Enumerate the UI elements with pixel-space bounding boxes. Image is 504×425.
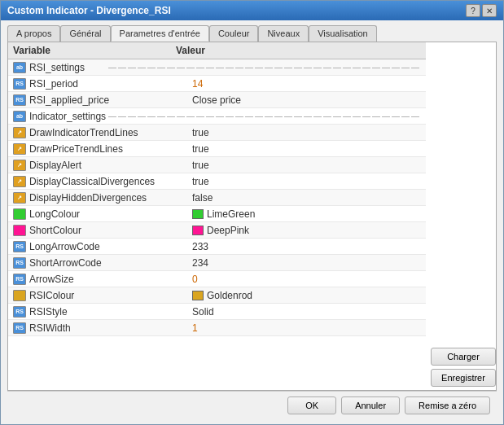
color-icon (13, 208, 26, 220)
tab-params[interactable]: Parametres d'entrée (111, 25, 209, 42)
color-icon (13, 225, 26, 236)
row-value: true (192, 143, 421, 155)
row-name: RSI_period (29, 78, 192, 90)
table-row: RS RSI_applied_price Close price (8, 92, 426, 108)
header-valeur: Valeur (176, 45, 421, 56)
row-name: ArrowSize (29, 274, 192, 285)
tab-content-params: Variable Valeur ab RSI_settings ――――――――… (7, 42, 497, 391)
row-value: 233 (192, 241, 421, 252)
row-value: LimeGreen (192, 208, 421, 220)
row-name: RSIStyle (29, 306, 192, 318)
rs-icon: RS (13, 241, 26, 252)
ab-icon: ab (13, 111, 26, 122)
help-button[interactable]: ? (466, 4, 480, 17)
table-row: ↗ DrawPriceTrendLines true (8, 141, 426, 157)
row-value: true (192, 176, 421, 187)
row-value: ―――――――――――――――――――――――――――――――― (108, 63, 421, 72)
table-row: ab RSI_settings ――――――――――――――――――――――――… (8, 59, 426, 76)
row-name: DisplayClassicalDivergences (29, 176, 192, 187)
table-header: Variable Valeur (8, 42, 426, 59)
table-row: RS ShortArrowCode 234 (8, 255, 426, 271)
row-name: DrawIndicatorTrendLines (29, 127, 192, 138)
rs-icon: RS (13, 274, 26, 285)
tab-couleur[interactable]: Couleur (209, 25, 259, 42)
table-row: ↗ DisplayClassicalDivergences true (8, 173, 426, 190)
color-icon (13, 290, 26, 301)
rs-icon: RS (13, 257, 26, 269)
color-swatch (192, 209, 204, 219)
row-name: RSI_applied_price (29, 94, 192, 106)
trend-icon: ↗ (13, 176, 26, 187)
charger-button[interactable]: Charger (431, 348, 496, 366)
row-value: Goldenrod (192, 290, 421, 301)
window-title: Custom Indicator - Divergence_RSI (7, 5, 171, 16)
row-value: Solid (192, 306, 421, 318)
trend-icon: ↗ (13, 192, 26, 204)
row-value: true (192, 127, 421, 138)
table-row: ↗ DisplayHiddenDivergences false (8, 190, 426, 206)
content-area: A propos Général Parametres d'entrée Cou… (1, 20, 503, 424)
ab-icon: ab (13, 62, 26, 73)
row-value: DeepPink (192, 225, 421, 236)
annuler-button[interactable]: Annuler (341, 397, 400, 414)
row-value: Close price (192, 94, 421, 106)
remise-button[interactable]: Remise a zéro (405, 397, 490, 414)
table-row: ↗ DisplayAlert true (8, 157, 426, 173)
row-name: ShortColour (29, 225, 192, 236)
close-button[interactable]: ✕ (482, 4, 497, 17)
row-name: LongColour (29, 208, 192, 220)
row-name: DisplayHiddenDivergences (29, 192, 192, 204)
rs-icon: RS (13, 306, 26, 318)
table-row: RS RSIWidth 1 (8, 320, 426, 336)
row-value: false (192, 192, 421, 204)
row-name: DrawPriceTrendLines (29, 143, 192, 155)
table-row: RSIColour Goldenrod (8, 287, 426, 304)
main-window: Custom Indicator - Divergence_RSI ? ✕ A … (0, 0, 504, 425)
trend-icon: ↗ (13, 160, 26, 171)
tab-visualisation[interactable]: Visualisation (309, 25, 377, 42)
row-name: DisplayAlert (29, 160, 192, 171)
row-value: 14 (192, 78, 421, 90)
title-bar: Custom Indicator - Divergence_RSI ? ✕ (1, 1, 503, 20)
tab-bar: A propos Général Parametres d'entrée Cou… (7, 25, 497, 42)
row-name: RSI_settings (29, 62, 108, 73)
tab-niveaux[interactable]: Niveaux (258, 25, 309, 42)
row-value: ―――――――――――――――――――――――――――――――― (108, 112, 421, 120)
tab-general[interactable]: Général (60, 25, 110, 42)
trend-icon: ↗ (13, 143, 26, 155)
row-value: 1 (192, 322, 421, 334)
table-row: RS ArrowSize 0 (8, 271, 426, 287)
table-row: RS RSIStyle Solid (8, 304, 426, 320)
row-name: RSIColour (29, 290, 192, 301)
table-row: LongColour LimeGreen (8, 206, 426, 222)
row-name: ShortArrowCode (29, 257, 192, 269)
rs-icon: RS (13, 78, 26, 90)
bottom-bar: OK Annuler Remise a zéro (7, 391, 497, 419)
table-row: ab Indicator_settings ――――――――――――――――――… (8, 108, 426, 125)
row-value: 0 (192, 274, 421, 285)
table-row: RS RSI_period 14 (8, 76, 426, 92)
enregistrer-button[interactable]: Enregistrer (431, 369, 496, 387)
trend-icon: ↗ (13, 127, 26, 138)
rs-icon: RS (13, 94, 26, 106)
parameters-table: Variable Valeur ab RSI_settings ――――――――… (8, 42, 426, 390)
main-area: Variable Valeur ab RSI_settings ――――――――… (8, 42, 496, 390)
header-variable: Variable (13, 45, 176, 56)
table-row: ↗ DrawIndicatorTrendLines true (8, 125, 426, 141)
row-name: RSIWidth (29, 322, 192, 334)
color-swatch (192, 226, 204, 235)
row-value: true (192, 160, 421, 171)
table-row: ShortColour DeepPink (8, 222, 426, 239)
table-row: RS LongArrowCode 233 (8, 239, 426, 255)
ok-button[interactable]: OK (287, 397, 336, 414)
rs-icon: RS (13, 322, 26, 334)
row-name: Indicator_settings (29, 111, 108, 122)
row-value: 234 (192, 257, 421, 269)
color-swatch (192, 291, 204, 300)
right-buttons-panel: Charger Enregistrer (431, 42, 496, 390)
title-bar-buttons: ? ✕ (466, 4, 497, 17)
tab-apropos[interactable]: A propos (7, 25, 60, 42)
row-name: LongArrowCode (29, 241, 192, 252)
